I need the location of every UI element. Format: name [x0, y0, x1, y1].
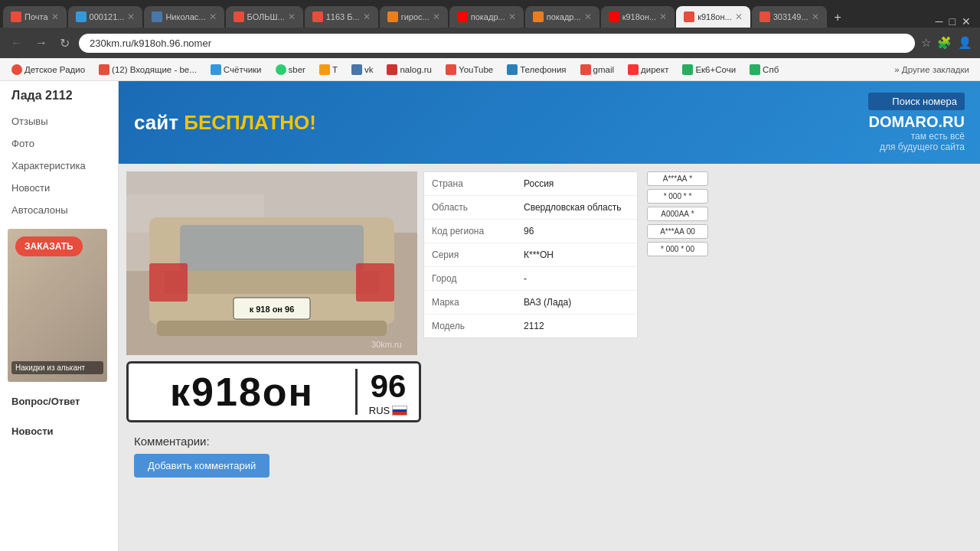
minimize-button[interactable]: ─	[936, 15, 943, 28]
bookmark-spb[interactable]: Спб	[744, 63, 784, 77]
tab-9[interactable]: к918он... ✕	[601, 6, 675, 28]
plate-main-text: к918он	[129, 369, 358, 415]
comments-title: Комментарии:	[134, 435, 965, 448]
tab-close-5[interactable]: ✕	[363, 11, 371, 22]
ad-banner-text: сайт БЕСПЛАТНО!	[134, 111, 316, 135]
tab-favicon-2	[76, 11, 87, 22]
forward-button[interactable]: →	[32, 33, 51, 53]
bookmark-nalog[interactable]: nalog.ru	[381, 63, 437, 77]
tab-favicon-8	[533, 11, 544, 22]
svg-rect-7	[356, 263, 394, 302]
tab-8[interactable]: покадр... ✕	[525, 6, 599, 28]
bookmark-telephony[interactable]: Телефония	[501, 63, 571, 77]
sidebar-news[interactable]: Новости	[0, 419, 118, 443]
restore-button[interactable]: □	[949, 15, 956, 28]
svg-rect-4	[180, 225, 364, 271]
small-plate-1[interactable]: А***АА *	[647, 171, 708, 186]
bookmark-label-gmail: gmail	[593, 65, 614, 74]
tab-label-6: гирос...	[401, 12, 430, 21]
tab-11[interactable]: 303149... ✕	[752, 6, 827, 28]
bookmark-radio[interactable]: Детское Радио	[6, 63, 90, 77]
tab-close-3[interactable]: ✕	[209, 11, 217, 22]
tab-close-11[interactable]: ✕	[812, 11, 819, 22]
info-row-series: Серия К***ОН	[424, 243, 637, 267]
tab-favicon-4	[234, 11, 244, 22]
info-row-brand: Марка ВАЗ (Лада)	[424, 291, 637, 315]
bookmark-label-sber: sber	[289, 65, 305, 74]
tab-7[interactable]: покадр... ✕	[449, 6, 524, 28]
bookmark-inbox[interactable]: (12) Входящие - be...	[93, 63, 202, 77]
tab-close-6[interactable]: ✕	[433, 11, 440, 22]
tab-label-11: 303149...	[773, 12, 808, 21]
tab-5[interactable]: 1163 Б... ✕	[305, 6, 378, 28]
sidebar-item-news[interactable]: Новости	[0, 177, 118, 199]
small-plate-4[interactable]: А***АА 00	[647, 224, 708, 239]
back-button[interactable]: ←	[8, 33, 26, 53]
bookmark-youtube[interactable]: YouTube	[440, 63, 498, 77]
bookmark-vk[interactable]: vk	[346, 63, 379, 77]
plate-country-label: RUS	[369, 405, 390, 416]
svg-text:к 918 он 96: к 918 он 96	[250, 305, 295, 314]
small-plate-2[interactable]: * 000 * *	[647, 189, 708, 204]
info-value-region: Свердловская область	[516, 196, 629, 219]
bookmark-star-icon[interactable]: ☆	[921, 36, 931, 50]
tab-close-2[interactable]: ✕	[127, 11, 135, 22]
address-input[interactable]	[79, 34, 915, 53]
tab-label-8: покадр...	[547, 12, 581, 21]
sidebar-title: Лада 2112	[0, 89, 118, 110]
tab-close-mail[interactable]: ✕	[51, 11, 59, 22]
sidebar-item-dealerships[interactable]: Автосалоны	[0, 199, 118, 221]
car-image-placeholder: к 918 он 96 30km.ru	[126, 171, 417, 355]
ad-banner[interactable]: сайт БЕСПЛАТНО! Поиск номера DOMARO.RU т…	[119, 81, 980, 164]
tab-6[interactable]: гирос... ✕	[380, 6, 448, 28]
ad-order-button[interactable]: ЗАКАЗАТЬ	[15, 236, 83, 256]
sidebar-item-photo[interactable]: Фото	[0, 132, 118, 155]
sidebar-item-specs[interactable]: Характеристика	[0, 155, 118, 177]
tab-10-active[interactable]: к918он... ✕	[676, 6, 750, 28]
bookmark-t[interactable]: Т	[314, 63, 343, 77]
add-comment-button[interactable]: Добавить комментарий	[134, 454, 270, 478]
sidebar-item-reviews[interactable]: Отзывы	[0, 110, 118, 132]
bookmark-label-ek6: Ек6+Сочи	[695, 65, 736, 74]
sidebar-ad: ЗАКАЗАТЬ Накидки из алькант	[8, 229, 110, 382]
bookmark-favicon-counters	[211, 64, 221, 75]
tab-favicon-7	[457, 11, 468, 22]
tab-4[interactable]: БОЛЬШ... ✕	[226, 6, 303, 28]
tab-close-7[interactable]: ✕	[508, 11, 516, 22]
bookmark-direct[interactable]: директ	[622, 63, 674, 77]
tab-2[interactable]: 000121... ✕	[68, 6, 143, 28]
profile-icon[interactable]: 👤	[958, 36, 972, 50]
car-section: к 918 он 96 30km.ru Страна	[119, 164, 980, 551]
extensions-icon[interactable]: 🧩	[937, 36, 952, 50]
bookmark-counters[interactable]: Счётчики	[205, 63, 267, 77]
new-tab-button[interactable]: +	[828, 8, 848, 28]
info-label-code: Код региона	[424, 220, 516, 243]
bookmark-label-youtube: YouTube	[459, 65, 493, 74]
svg-text:30km.ru: 30km.ru	[371, 340, 402, 349]
reload-button[interactable]: ↻	[57, 33, 73, 54]
bookmark-ek6[interactable]: Ек6+Сочи	[677, 63, 741, 77]
tab-mail[interactable]: Почта ✕	[3, 6, 67, 28]
close-button[interactable]: ✕	[962, 15, 971, 28]
bookmark-label-radio: Детское Радио	[24, 65, 85, 74]
plate-region-block: 96 RUS	[358, 365, 419, 419]
small-plate-5[interactable]: * 000 * 00	[647, 242, 708, 256]
tab-close-8[interactable]: ✕	[584, 11, 592, 22]
more-bookmarks[interactable]: » Другие закладки	[890, 64, 974, 76]
tab-close-9[interactable]: ✕	[659, 11, 667, 22]
sidebar-qa[interactable]: Вопрос/Ответ	[0, 390, 118, 413]
tab-close-10[interactable]: ✕	[735, 11, 743, 22]
sidebar-ad-box[interactable]: ЗАКАЗАТЬ Накидки из алькант	[8, 229, 107, 382]
info-label-country: Страна	[424, 172, 516, 195]
bookmark-gmail[interactable]: gmail	[575, 63, 619, 77]
tab-label-4: БОЛЬШ...	[247, 12, 285, 21]
ad-desc-1: там есть всё	[868, 131, 965, 142]
small-plate-3[interactable]: А000АА *	[647, 207, 708, 221]
page-layout: Лада 2112 Отзывы Фото Характеристика Нов…	[0, 81, 980, 551]
bookmark-sber[interactable]: sber	[270, 63, 311, 77]
tab-3[interactable]: Николас... ✕	[144, 6, 224, 28]
tab-actions: ─ □ ✕	[929, 15, 977, 28]
bookmark-favicon-youtube	[446, 64, 456, 75]
tab-close-4[interactable]: ✕	[288, 11, 296, 22]
info-value-code: 96	[516, 220, 541, 243]
